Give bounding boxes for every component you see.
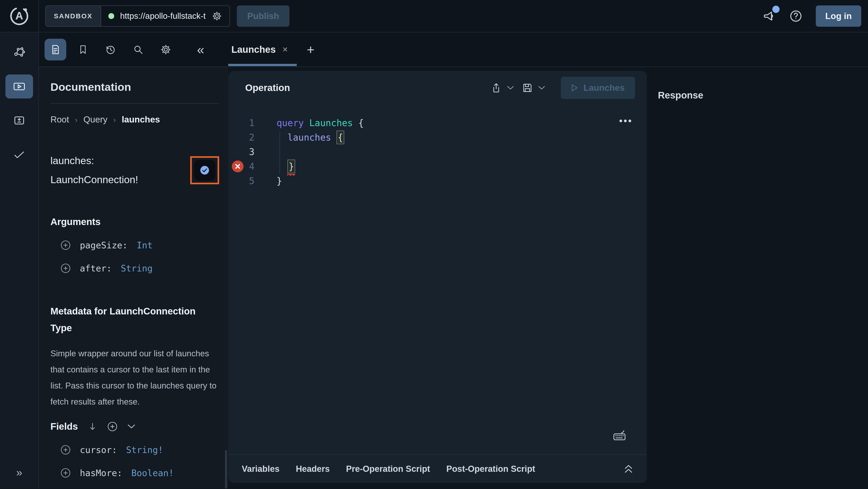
code-line-2[interactable]: 2 launches { <box>228 130 647 145</box>
help-button[interactable] <box>788 9 803 23</box>
argument-type[interactable]: Int <box>136 240 152 250</box>
argument-row: pageSize: Int <box>51 240 219 250</box>
footer-tab-post-operation-script[interactable]: Post-Operation Script <box>446 464 535 474</box>
keyboard-icon <box>612 428 627 442</box>
connection-settings-icon[interactable] <box>212 11 222 22</box>
line-number: 2 <box>228 132 261 143</box>
editor-menu-button[interactable] <box>619 119 631 122</box>
publish-button[interactable]: Publish <box>237 5 289 27</box>
add-tab-button[interactable]: + <box>307 42 314 57</box>
share-operation-button[interactable] <box>490 82 502 94</box>
collapse-doc-panel-button[interactable]: « <box>197 42 204 57</box>
argument-row: after: String <box>51 263 219 274</box>
line-number: 3 <box>228 147 261 157</box>
field-name: cursor: <box>80 445 117 455</box>
field-row: hasMore: Boolean! <box>51 468 219 478</box>
field-type[interactable]: Boolean! <box>131 468 174 478</box>
line-number: 5 <box>228 176 261 186</box>
sidebar-item-schema[interactable] <box>5 40 33 64</box>
code-lines: 1query Launches {2 launches {3 4 }5} <box>228 116 647 188</box>
code-text: launches { <box>277 131 344 144</box>
save-operation-button[interactable] <box>522 82 533 94</box>
argument-name: after: <box>80 263 112 274</box>
documentation-tab-button[interactable] <box>44 39 66 60</box>
field-type[interactable]: String! <box>126 445 163 455</box>
share-options-button[interactable] <box>507 86 514 90</box>
apollo-logo-letter: A <box>16 10 23 22</box>
top-bar: A SANDBOX https://apollo-fullstack-t Pub… <box>0 0 868 32</box>
notification-dot <box>772 6 780 13</box>
field-signature: launches: LaunchConnection! <box>51 151 177 189</box>
close-tab-icon[interactable]: × <box>282 45 288 55</box>
play-icon <box>571 84 578 92</box>
tab-label: Launches <box>231 44 276 55</box>
sort-fields-button[interactable] <box>88 422 97 431</box>
fields-heading-row: Fields <box>51 421 219 432</box>
announcements-button[interactable] <box>762 9 776 23</box>
schema-diff-icon <box>13 114 26 127</box>
footer-tab-headers[interactable]: Headers <box>296 464 330 474</box>
save-options-button[interactable] <box>538 86 545 90</box>
circle-plus-icon <box>107 421 118 432</box>
run-operation-button[interactable]: Launches <box>561 77 635 99</box>
expand-footer-button[interactable] <box>625 464 632 473</box>
operation-title: Operation <box>245 82 290 93</box>
topbar-right: Log in <box>762 5 861 27</box>
breadcrumb-item-root[interactable]: Root <box>51 115 69 124</box>
endpoint-bar: SANDBOX https://apollo-fullstack-t <box>45 5 230 27</box>
error-icon <box>232 161 244 172</box>
endpoint-url-input[interactable]: https://apollo-fullstack-t <box>120 11 206 21</box>
toolbar-row: « Launches × + <box>39 32 868 67</box>
main-area: « Launches × + Documentation Root›Query›… <box>39 32 868 489</box>
footer-tab-pre-operation-script[interactable]: Pre-Operation Script <box>346 464 430 474</box>
collapse-fields-button[interactable] <box>128 424 135 429</box>
tab-launches[interactable]: Launches × <box>228 32 297 66</box>
metadata-description: Simple wrapper around our list of launch… <box>51 345 219 410</box>
schema-graph-icon <box>13 46 26 59</box>
divider <box>51 103 219 104</box>
operation-footer: VariablesHeadersPre-Operation ScriptPost… <box>228 454 647 483</box>
footer-tab-variables[interactable]: Variables <box>242 464 280 474</box>
history-icon <box>105 44 117 55</box>
metadata-heading: Metadata for LaunchConnection Type <box>51 303 209 337</box>
documentation-panel: Documentation Root›Query›launches launch… <box>39 67 228 489</box>
add-all-fields-button[interactable] <box>107 421 118 432</box>
login-button[interactable]: Log in <box>816 5 861 27</box>
breadcrumb: Root›Query›launches <box>51 115 219 124</box>
saved-operations-button[interactable] <box>72 39 94 60</box>
sandbox-badge[interactable]: SANDBOX <box>46 6 101 26</box>
arrow-down-icon <box>88 422 97 431</box>
line-number: 1 <box>228 118 261 128</box>
circle-plus-icon[interactable] <box>60 468 71 478</box>
check-circle-icon <box>199 165 210 175</box>
doc-panel-scrollbar[interactable] <box>225 450 227 489</box>
active-tab-underline <box>228 64 297 66</box>
sidebar-item-explorer[interactable] <box>5 75 33 98</box>
arguments-list: pageSize: Int after: String <box>51 240 219 274</box>
circle-plus-icon[interactable] <box>60 444 71 455</box>
breadcrumb-item-query[interactable]: Query <box>84 115 107 124</box>
code-line-4[interactable]: 4 } <box>228 159 647 174</box>
argument-type[interactable]: String <box>121 263 153 274</box>
history-button[interactable] <box>100 39 121 60</box>
documentation-title: Documentation <box>51 81 219 93</box>
left-rail: » <box>0 32 39 489</box>
explorer-settings-button[interactable] <box>155 39 177 60</box>
circle-plus-icon[interactable] <box>60 263 71 274</box>
arguments-heading: Arguments <box>51 217 219 227</box>
circle-plus-icon[interactable] <box>60 240 71 250</box>
operation-editor[interactable]: 1query Launches {2 launches {3 4 }5} <box>228 105 647 454</box>
checks-icon <box>13 148 26 161</box>
code-line-3[interactable]: 3 <box>228 145 647 159</box>
search-button[interactable] <box>127 39 149 60</box>
code-line-1[interactable]: 1query Launches { <box>228 116 647 130</box>
sidebar-item-diff[interactable] <box>5 109 33 133</box>
sidebar-item-checks[interactable] <box>5 142 33 166</box>
apollo-logo[interactable]: A <box>0 0 39 32</box>
add-field-to-operation-button[interactable] <box>194 160 216 181</box>
code-line-5[interactable]: 5} <box>228 174 647 188</box>
expand-rail-button[interactable]: » <box>16 466 22 479</box>
breadcrumb-item-launches: launches <box>122 115 160 124</box>
keyboard-shortcuts-button[interactable] <box>612 428 627 442</box>
breadcrumb-separator: › <box>113 115 116 124</box>
